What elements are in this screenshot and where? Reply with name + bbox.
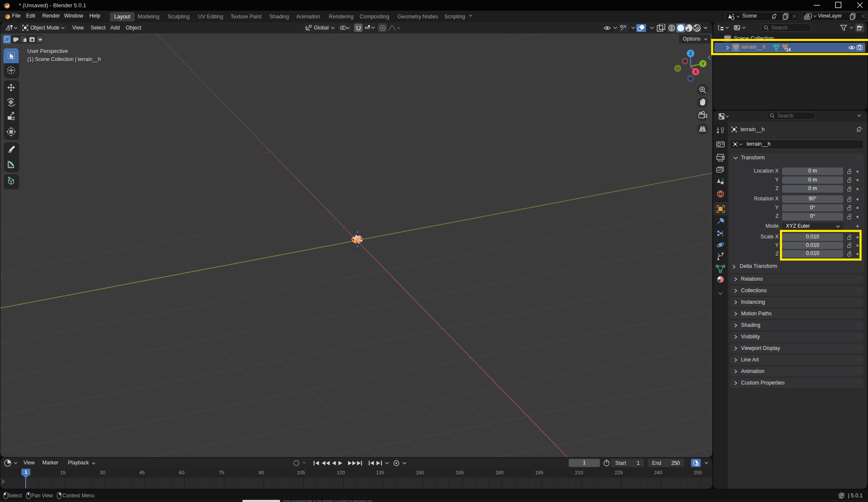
svg-text:X: X (694, 69, 697, 74)
svg-text:Z: Z (689, 51, 692, 56)
svg-text:Y: Y (701, 61, 704, 66)
